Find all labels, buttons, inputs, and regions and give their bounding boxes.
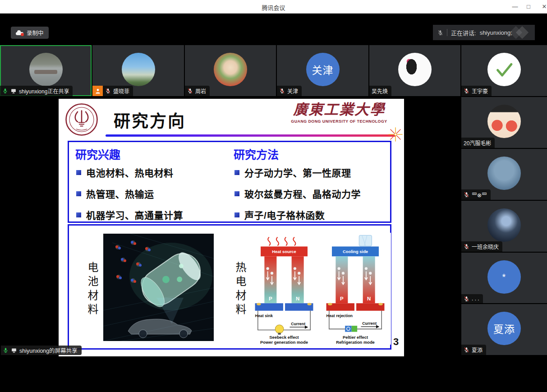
close-button[interactable]: ✕ (538, 2, 547, 12)
screen-share-icon (11, 347, 17, 353)
recording-label: 录制中 (27, 28, 44, 37)
avatar (398, 53, 432, 86)
slide-page-number: 3 (393, 336, 399, 348)
interests-heading: 研究兴趣 (75, 146, 120, 162)
avatar (487, 105, 521, 138)
avatar-initials: 夏添 (493, 321, 515, 336)
university-brand: 廣東工業大學 GUANG DONG UNIVERSITY OF TECHNOLO… (280, 101, 398, 124)
bullet-square-icon (234, 170, 239, 175)
participant-name: 关津 (287, 87, 298, 95)
participant-name: 周岩 (195, 87, 206, 95)
participant-tile-yuxiaoqing[interactable]: 一班余晓庆 (461, 201, 547, 252)
divider (447, 29, 447, 36)
slide-title: 研究方向 (114, 108, 186, 132)
svg-text:Current: Current (291, 322, 305, 326)
participant-tile-wangyuhao[interactable]: 王宇豪 (461, 45, 547, 96)
participant-name-label: 吴先焕 关津 (277, 86, 302, 96)
svg-text:Cooling side: Cooling side (343, 249, 368, 254)
participant-name: shiyunxiong正在共享 (19, 87, 69, 95)
svg-text:P: P (269, 296, 272, 301)
title-bar: 腾讯会议 — □ ✕ (0, 0, 547, 14)
svg-text:Heat source: Heat source (272, 249, 296, 254)
participant-tile-guanjin[interactable]: 关津 吴先焕 关津 (277, 45, 368, 96)
participant-name: 夏添 (472, 346, 483, 354)
bullet-square-icon (76, 212, 81, 217)
participant-tile-emoticon[interactable]: 罒⊗罒 (461, 149, 547, 200)
participant-name-label: 一班余晓庆 (461, 241, 502, 252)
battery-image (103, 234, 214, 341)
shared-screen-slide: 研究方向 廣東工業大學 GUANG DONG UNIVERSITY OF TEC… (59, 99, 404, 356)
participant-name: 王宇豪 (472, 87, 488, 95)
participant-name: 盛晓菲 (113, 87, 129, 95)
avatar: 夏添 (487, 312, 521, 345)
bullet-square-icon (76, 191, 81, 196)
university-logo-icon (65, 103, 98, 136)
participant-name-label: . . . (461, 294, 483, 303)
avatar: * (487, 260, 521, 294)
svg-text:N: N (296, 296, 299, 301)
mic-muted-icon (464, 296, 469, 302)
participant-tile-wuxianhuan[interactable]: 吴先焕 (369, 45, 460, 96)
maximize-button[interactable]: □ (523, 2, 534, 12)
list-item: 玻尔兹曼方程、晶格动力学 (234, 187, 361, 200)
participant-name: 一班余晓庆 (472, 243, 499, 250)
mic-muted-icon (464, 347, 469, 353)
avatar (487, 53, 521, 86)
avatar: 关津 (306, 53, 340, 86)
speaking-indicator: 正在讲话: shiyunxiong; (433, 25, 535, 40)
mic-muted-icon (437, 30, 443, 36)
recording-badge[interactable]: 录制中 (11, 27, 49, 39)
participant-tile-xiatian[interactable]: 夏添 夏添 (461, 304, 547, 355)
participant-name-label: 盛晓菲 (103, 86, 133, 96)
avatar-initials: 关津 (312, 62, 334, 77)
participant-tile-zhouyan[interactable]: 周岩 (185, 45, 276, 96)
participant-name-label: shiyunxiong正在共享 (0, 86, 73, 96)
participant-name: . . . (472, 295, 479, 302)
research-lists-box: 研究兴趣 电池材料、热电材料 热管理、热输运 机器学习、高通量计算 研究方法 分… (68, 141, 391, 223)
svg-text:N: N (367, 296, 371, 301)
green-check-icon (492, 58, 516, 81)
participant-tile-maobin[interactable]: 20汽服毛彬 (461, 97, 547, 148)
meeting-window: 腾讯会议 — □ ✕ 录制中 正在讲话: shiyunxiong; (0, 0, 547, 392)
share-label-text: shiyunxiong的屏幕共享 (19, 346, 78, 355)
speaking-name: shiyunxiong; (480, 29, 512, 36)
mic-muted-icon (464, 192, 469, 198)
minimize-button[interactable]: — (509, 2, 521, 12)
participant-tile-shiyunxiong[interactable]: shiyunxiong正在共享 (0, 45, 92, 96)
list-item: 声子/电子格林函数 (234, 208, 361, 221)
list-item: 分子动力学、第一性原理 (234, 166, 361, 179)
participant-tile-dots[interactable]: * . . . (461, 253, 547, 303)
avatar (29, 53, 63, 86)
svg-text:Heat rejection: Heat rejection (326, 314, 353, 318)
participant-name-label: 王宇豪 (461, 86, 492, 96)
person-badge-icon (92, 86, 103, 96)
participant-name-label: 夏添 (461, 345, 486, 355)
mic-muted-icon (279, 88, 285, 94)
list-item: 热管理、热输运 (76, 187, 183, 200)
mic-muted-icon (187, 88, 193, 94)
cloud-record-icon (16, 30, 23, 35)
list-item: 机器学习、高通量计算 (76, 208, 183, 221)
svg-text:Current: Current (362, 321, 377, 326)
mic-muted-icon (464, 244, 469, 249)
university-name-en: GUANG DONG UNIVERSITY OF TECHNOLOGY (280, 119, 398, 124)
mic-muted-icon (464, 88, 469, 94)
participant-tile-shengxiaofei[interactable]: 盛晓菲 (92, 45, 184, 96)
svg-text:Seebeck effect: Seebeck effect (269, 335, 299, 340)
participant-name-label: 罒⊗罒 (461, 189, 491, 200)
title-underline (106, 134, 396, 137)
interests-list: 电池材料、热电材料 热管理、热输运 机器学习、高通量计算 (76, 166, 183, 221)
peltier-diagram: Cooling side P N Heat rejection (320, 233, 391, 345)
avatar (122, 53, 155, 86)
avatar-initials: * (502, 272, 506, 282)
battery-caption: 电池材料 (84, 262, 100, 318)
mic-muted-icon (105, 88, 111, 94)
participant-name: 吴先焕 (372, 87, 388, 95)
thermoelectric-caption: 热电材料 (232, 262, 248, 318)
mic-on-icon (3, 347, 9, 353)
participant-name-label: 20汽服毛彬 (461, 138, 495, 148)
participant-name-label: 周岩 (185, 86, 210, 96)
methods-list: 分子动力学、第一性原理 玻尔兹曼方程、晶格动力学 声子/电子格林函数 (234, 166, 361, 221)
avatar (487, 208, 521, 242)
avatar (487, 157, 521, 190)
